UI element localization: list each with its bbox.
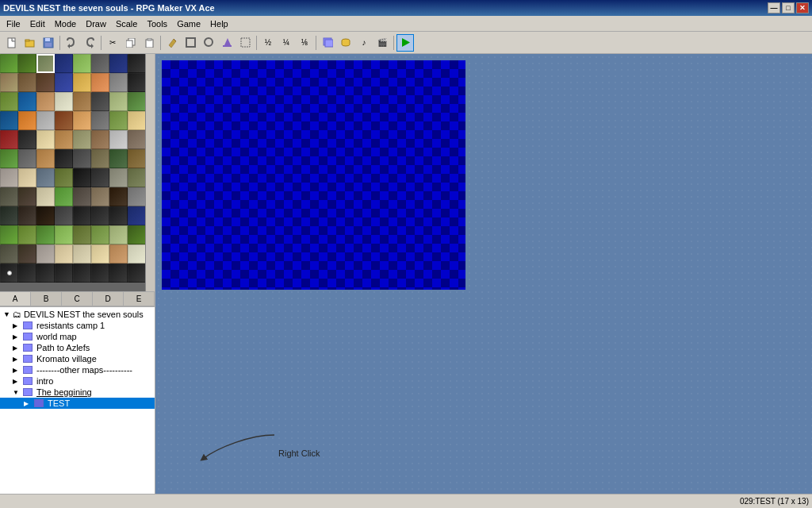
tile-cell[interactable] [128,206,146,225]
tile-cell[interactable] [18,206,36,225]
eighth-scale-button[interactable]: ⅛ [296,34,313,52]
tile-tab-e[interactable]: E [124,292,155,306]
tile-cell[interactable] [55,92,73,111]
tile-cell[interactable] [91,225,109,244]
menu-file[interactable]: File [2,18,25,29]
tree-item-kromato[interactable]: ▶ Kromato village [0,353,155,364]
tile-cell[interactable] [128,187,146,206]
tile-cell[interactable] [36,206,55,225]
tile-cell[interactable] [36,73,55,92]
sound-button[interactable]: ♪ [355,34,373,52]
tile-cell[interactable] [73,73,91,92]
tree-item-other-maps[interactable]: ▶ --------other maps---------- [0,364,155,375]
tile-cell[interactable] [18,92,36,111]
tile-cell[interactable] [18,225,36,244]
tile-cell[interactable] [73,168,91,187]
menu-help[interactable]: Help [205,18,233,29]
tree-item-test[interactable]: ▶ TEST [0,398,155,409]
save-button[interactable] [40,34,57,52]
tile-cell[interactable] [128,149,146,168]
tile-cell[interactable] [0,92,18,111]
tile-cell[interactable] [91,149,109,168]
tile-cell[interactable] [0,168,18,187]
rect-button[interactable] [182,34,199,52]
tile-cell[interactable] [109,149,128,168]
tile-cell[interactable] [91,168,109,187]
tile-cell[interactable] [109,54,128,73]
tile-cell[interactable] [0,225,18,244]
fill-button[interactable] [218,34,236,52]
menu-mode[interactable]: Mode [50,18,82,29]
tile-cell[interactable] [18,264,36,283]
menu-edit[interactable]: Edit [25,18,50,29]
menu-scale[interactable]: Scale [111,18,143,29]
tile-cell[interactable] [18,130,36,149]
tile-cell[interactable] [128,73,146,92]
tile-cell[interactable] [91,187,109,206]
tile-cell[interactable] [55,149,73,168]
tile-tab-d[interactable]: D [93,292,124,306]
tile-cell[interactable] [18,73,36,92]
quarter-scale-button[interactable]: ¼ [278,34,295,52]
palette-scrollbar[interactable] [145,54,155,291]
tile-cell[interactable] [91,73,109,92]
tile-tab-a[interactable]: A [0,292,31,306]
tile-cell[interactable] [109,206,128,225]
tile-cell[interactable] [18,187,36,206]
select-button[interactable] [236,34,254,52]
tile-cell[interactable] [73,54,91,73]
anim-button[interactable]: 🎬 [373,34,391,52]
tile-cell[interactable] [0,206,18,225]
menu-draw[interactable]: Draw [81,18,111,29]
tile-cell[interactable] [109,225,128,244]
tile-cell[interactable] [109,92,128,111]
tile-cell[interactable] [55,130,73,149]
tile-cell[interactable] [18,149,36,168]
tile-cell[interactable] [0,149,18,168]
tile-cell[interactable] [36,225,55,244]
menu-tools[interactable]: Tools [142,18,172,29]
tile-cell[interactable] [91,264,109,283]
tile-cell[interactable] [109,111,128,130]
paste-button[interactable] [140,34,158,52]
tile-cell[interactable] [73,187,91,206]
tile-cell[interactable] [109,264,128,283]
tile-cell[interactable] [0,187,18,206]
tile-cell[interactable] [73,206,91,225]
tile-cell[interactable] [55,225,73,244]
tile-cell[interactable] [128,168,146,187]
tile-cell[interactable] [18,244,36,264]
tile-cell[interactable] [36,168,55,187]
tile-cell[interactable] [91,244,109,264]
tile-cell[interactable] [109,73,128,92]
open-button[interactable] [21,34,39,52]
tile-cell-selected[interactable] [36,54,55,73]
tile-tab-b[interactable]: B [31,292,62,306]
tile-cell[interactable] [55,264,73,283]
ellipse-button[interactable] [200,34,217,52]
tile-cell[interactable] [73,225,91,244]
copy-button[interactable] [122,34,140,52]
tile-cell[interactable] [0,264,18,283]
map-tree[interactable]: ▼ 🗂 DEVILS NEST the seven souls ▶ resist… [0,306,155,494]
tile-cell[interactable] [91,206,109,225]
db-button[interactable] [337,34,354,52]
tile-cell[interactable] [18,168,36,187]
tile-cell[interactable] [91,130,109,149]
close-button[interactable]: ✕ [796,2,809,13]
tile-cell[interactable] [109,130,128,149]
tile-cell[interactable] [73,92,91,111]
minimize-button[interactable]: — [768,2,780,13]
tile-palette[interactable] [0,54,155,292]
tile-cell[interactable] [36,187,55,206]
tile-cell[interactable] [73,149,91,168]
tile-cell[interactable] [109,244,128,264]
tile-tab-c[interactable]: C [62,292,93,306]
tile-cell[interactable] [109,187,128,206]
tree-item-resistants[interactable]: ▶ resistants camp 1 [0,320,155,331]
tile-cell[interactable] [55,187,73,206]
tile-cell[interactable] [55,244,73,264]
tile-cell[interactable] [55,73,73,92]
tile-cell[interactable] [91,111,109,130]
cut-button[interactable]: ✂ [104,34,121,52]
